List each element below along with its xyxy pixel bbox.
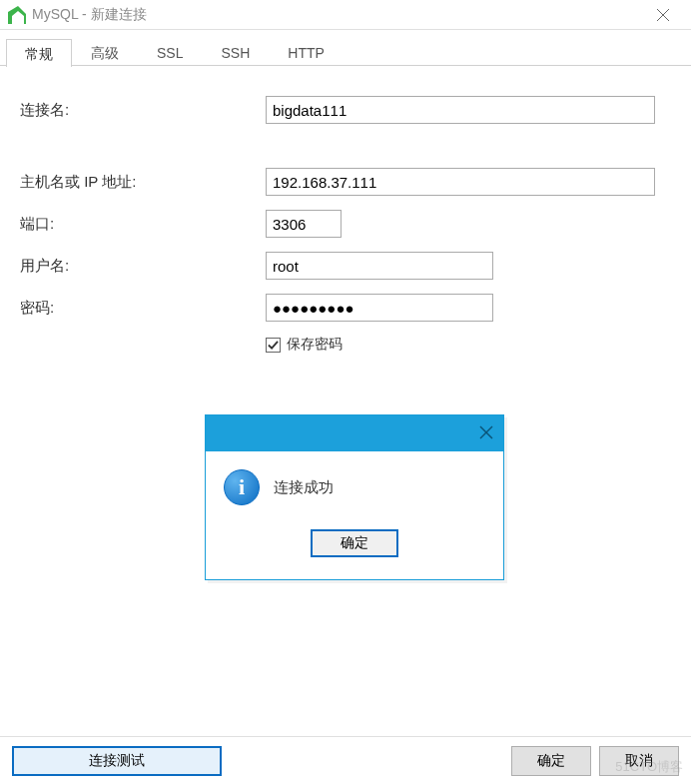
dialog-message: 连接成功 (274, 478, 334, 497)
app-icon (8, 6, 26, 24)
save-password-label: 保存密码 (287, 336, 343, 354)
save-password-checkbox[interactable]: 保存密码 (266, 336, 671, 354)
dialog-ok-button[interactable]: 确定 (311, 529, 398, 557)
dialog-title-bar (206, 415, 503, 451)
label-connection-name: 连接名: (20, 101, 266, 120)
tab-ssl[interactable]: SSL (138, 38, 202, 66)
host-input[interactable] (266, 168, 655, 196)
window-title: MySQL - 新建连接 (32, 6, 147, 24)
message-dialog: i 连接成功 确定 (205, 414, 504, 580)
port-input[interactable] (266, 210, 342, 238)
info-icon: i (224, 469, 260, 505)
label-host: 主机名或 IP 地址: (20, 173, 266, 192)
connection-name-input[interactable] (266, 96, 655, 124)
test-connection-button[interactable]: 连接测试 (12, 746, 222, 776)
bottom-bar: 连接测试 确定 取消 (0, 736, 691, 784)
password-input[interactable] (266, 294, 493, 322)
label-port: 端口: (20, 215, 266, 234)
tab-general[interactable]: 常规 (6, 39, 72, 67)
cancel-button[interactable]: 取消 (599, 746, 679, 776)
tab-http[interactable]: HTTP (269, 38, 344, 66)
checkbox-icon (266, 338, 281, 353)
tab-bar: 常规 高级 SSL SSH HTTP (0, 38, 691, 66)
label-username: 用户名: (20, 257, 266, 276)
tab-ssh[interactable]: SSH (202, 38, 269, 66)
form-area: 连接名: 主机名或 IP 地址: 端口: 用户名: 密码: 保存密码 (0, 66, 691, 364)
label-password: 密码: (20, 299, 266, 318)
tab-advanced[interactable]: 高级 (72, 38, 138, 66)
username-input[interactable] (266, 252, 493, 280)
window-close-button[interactable] (643, 0, 683, 30)
ok-button[interactable]: 确定 (511, 746, 591, 776)
dialog-close-button[interactable] (479, 425, 493, 442)
title-bar: MySQL - 新建连接 (0, 0, 691, 30)
